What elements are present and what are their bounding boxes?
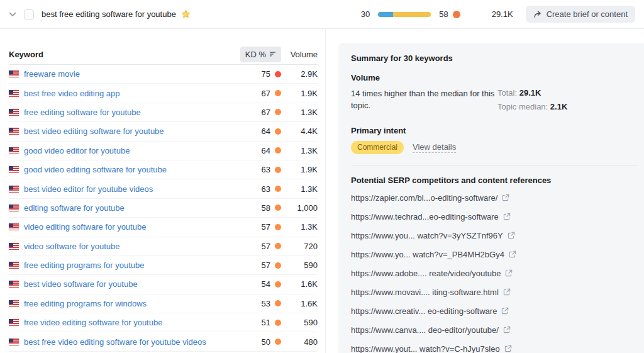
create-brief-button[interactable]: Create brief or content bbox=[526, 6, 635, 23]
us-flag-icon bbox=[9, 319, 19, 326]
serp-url-row: https://www.adobe.... reate/video/youtub… bbox=[351, 264, 638, 283]
keyword-link[interactable]: free editing programs for youtube bbox=[24, 261, 145, 270]
serp-url-row: https://www.creativ... eo-editing-softwa… bbox=[351, 301, 638, 320]
serp-url-link[interactable]: https://www.adobe.... reate/video/youtub… bbox=[351, 269, 501, 278]
us-flag-icon bbox=[9, 166, 19, 173]
kd-value: 64 bbox=[262, 146, 270, 155]
table-row: free video editing software for youtube … bbox=[9, 313, 318, 332]
us-flag-icon bbox=[9, 262, 19, 269]
kd-dot bbox=[275, 186, 281, 192]
summary-title: Summary for 30 keywords bbox=[351, 53, 638, 63]
serp-url-row: https://www.canva.... deo-editor/youtube… bbox=[351, 320, 638, 339]
serp-url-link[interactable]: https://www.you... watch?v=3yYSZTnf96Y bbox=[351, 231, 503, 240]
table-row: best free video editing app 67 1.9K bbox=[9, 84, 318, 103]
serp-url-link[interactable]: https://www.techrad...eo-editing-softwar… bbox=[351, 212, 499, 221]
volume-value: 1.6K bbox=[281, 299, 318, 308]
us-flag-icon bbox=[9, 186, 19, 193]
intent-badge: Commercial bbox=[351, 141, 404, 154]
volume-value: 1.6K bbox=[281, 279, 318, 289]
keyword-link[interactable]: video editing software for youtube bbox=[24, 222, 146, 232]
keyword-link[interactable]: best free video editing software for you… bbox=[24, 337, 206, 347]
kd-dot bbox=[275, 320, 281, 326]
kd-dot bbox=[275, 243, 281, 249]
us-flag-icon bbox=[9, 90, 19, 97]
keyword-link[interactable]: free editing programs for windows bbox=[24, 299, 147, 308]
serp-url-link[interactable]: https://www.yout... watch?v=C-hJyu7sleo bbox=[351, 344, 500, 353]
kd-value: 51 bbox=[262, 318, 270, 327]
chevron-down-icon[interactable] bbox=[9, 12, 16, 17]
external-link-icon[interactable] bbox=[509, 250, 516, 258]
keyword-link[interactable]: video software for youtube bbox=[24, 242, 119, 251]
us-flag-icon bbox=[9, 147, 19, 154]
view-details-link[interactable]: View details bbox=[413, 142, 456, 153]
volume-value: 1.3K bbox=[281, 108, 318, 117]
volume-value: 590 bbox=[281, 318, 318, 327]
keyword-link[interactable]: free editing software for youtube bbox=[24, 108, 141, 117]
topic-metrics: 30 58 29.1K Create brief or content bbox=[361, 6, 635, 23]
table-row: free editing software for youtube 67 1.3… bbox=[9, 103, 318, 122]
us-flag-icon bbox=[9, 109, 19, 116]
external-link-icon[interactable] bbox=[508, 232, 515, 239]
volume-value: 2.9K bbox=[281, 69, 318, 79]
table-row: video editing software for youtube 57 1.… bbox=[9, 218, 318, 237]
serp-url-row: https://www.movavi.... iting-software.ht… bbox=[351, 283, 638, 301]
external-link-icon[interactable] bbox=[505, 269, 513, 277]
total-label: Total: bbox=[497, 88, 517, 98]
keyword-link[interactable]: best video editor for youtube videos bbox=[24, 184, 153, 194]
serp-url-row: https://www.techrad...eo-editing-softwar… bbox=[351, 207, 638, 226]
serp-url-link[interactable]: https://www.yo... watch?v=_PB4MH2bGy4 bbox=[351, 250, 504, 259]
kd-dot bbox=[275, 205, 281, 211]
keyword-link[interactable]: best video editing software for youtube bbox=[24, 126, 164, 136]
us-flag-icon bbox=[9, 300, 19, 307]
keyword-link[interactable]: editing software for youtube bbox=[24, 203, 125, 213]
volume-value: 480 bbox=[281, 337, 318, 347]
keyword-link[interactable]: best free video editing app bbox=[24, 89, 120, 98]
serp-url-link[interactable]: https://zapier.com/bl...o-editing-softwa… bbox=[351, 193, 497, 203]
kd-value: 53 bbox=[262, 299, 270, 308]
external-link-icon[interactable] bbox=[501, 307, 509, 315]
primary-intent-label: Primary intent bbox=[351, 126, 638, 135]
topic-checkbox[interactable] bbox=[24, 9, 34, 20]
table-row: best video editor for youtube videos 63 … bbox=[9, 179, 318, 198]
column-header-kd[interactable]: KD % bbox=[240, 47, 281, 62]
star-icon[interactable] bbox=[181, 9, 191, 19]
kd-value: 75 bbox=[262, 69, 270, 79]
kd-value: 67 bbox=[262, 108, 270, 117]
kd-value: 67 bbox=[262, 89, 270, 98]
table-row: best free video editing software for you… bbox=[9, 332, 318, 351]
external-link-icon[interactable] bbox=[504, 345, 512, 352]
us-flag-icon bbox=[9, 243, 19, 250]
keyword-link[interactable]: best video software for youtube bbox=[24, 279, 138, 289]
table-row: free editing programs for youtube 57 590 bbox=[9, 256, 318, 275]
external-link-icon[interactable] bbox=[503, 213, 511, 220]
kd-dot bbox=[275, 109, 281, 115]
panel-divider bbox=[351, 165, 638, 165]
keyword-link[interactable]: good video editing software for youtube bbox=[24, 165, 167, 174]
keyword-link[interactable]: freeware movie bbox=[24, 69, 80, 79]
keyword-link[interactable]: free video editing software for youtube bbox=[24, 318, 162, 327]
total-value: 29.1K bbox=[519, 88, 541, 98]
serp-url-link[interactable]: https://www.canva.... deo-editor/youtube… bbox=[351, 325, 499, 335]
kd-dot bbox=[275, 224, 281, 230]
external-link-icon[interactable] bbox=[503, 288, 511, 296]
kd-value: 57 bbox=[262, 222, 270, 232]
table-row: best video software for youtube 54 1.6K bbox=[9, 275, 318, 294]
us-flag-icon bbox=[9, 339, 19, 345]
table-row: good video editor for youtube 64 1.3K bbox=[9, 142, 318, 160]
external-link-icon[interactable] bbox=[503, 326, 511, 333]
external-link-icon[interactable] bbox=[502, 194, 509, 201]
table-header: Keyword KD % Volume bbox=[9, 44, 318, 65]
kd-dot bbox=[275, 90, 281, 96]
serp-url-link[interactable]: https://www.creativ... eo-editing-softwa… bbox=[351, 306, 497, 316]
primary-intent-row: Commercial View details bbox=[351, 141, 638, 154]
kd-value: 64 bbox=[262, 126, 270, 136]
keyword-link[interactable]: good video editor for youtube bbox=[24, 146, 130, 155]
serp-url-link[interactable]: https://www.movavi.... iting-software.ht… bbox=[351, 288, 499, 297]
kd-value: 63 bbox=[262, 165, 270, 174]
total-volume-value: 29.1K bbox=[492, 9, 513, 19]
keyword-table-body: freeware movie 75 2.9K best free video e… bbox=[9, 65, 318, 352]
table-row: best video editing software for youtube … bbox=[9, 122, 318, 141]
table-row: free editing programs for windows 53 1.6… bbox=[9, 294, 318, 313]
kd-value: 57 bbox=[262, 261, 270, 270]
topic-median-value: 2.1K bbox=[550, 102, 567, 111]
